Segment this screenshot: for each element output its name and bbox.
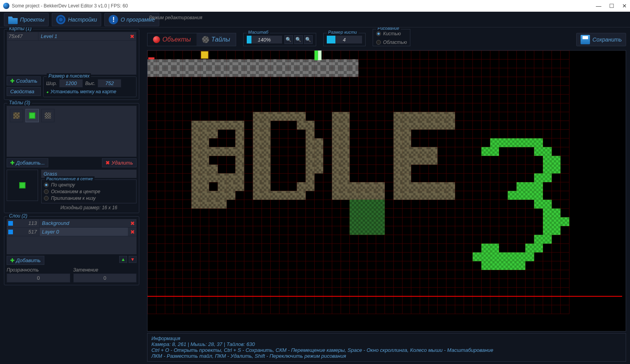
create-map-button[interactable]: ✚Создать bbox=[7, 76, 41, 85]
map-props-button[interactable]: Свойства bbox=[7, 87, 41, 96]
projects-button[interactable]: Проекты bbox=[4, 13, 49, 26]
tile-chip-grass[interactable] bbox=[25, 109, 39, 122]
set-marker-button[interactable]: ⬥Установить метку на карте bbox=[46, 89, 134, 94]
opacity-slider[interactable]: Прозрачность 0 bbox=[7, 267, 70, 283]
map-name: Level 1 bbox=[38, 32, 130, 40]
tiles-grid bbox=[7, 106, 137, 157]
width-value[interactable]: 1200 bbox=[59, 79, 83, 87]
tile-chip-special[interactable] bbox=[41, 109, 55, 122]
layer-row[interactable]: 113 Background ✖ bbox=[7, 219, 137, 228]
zoom-group: Масштаб 140% 🔍 🔍 🔍 bbox=[243, 33, 316, 46]
layer-delete-icon[interactable]: ✖ bbox=[130, 229, 135, 235]
sidebar: Карты (1) 75x47 Level 1 ✖ ✚Создать Свойс… bbox=[0, 27, 143, 364]
brush-slider[interactable]: 4 bbox=[327, 36, 362, 43]
zoom-reset-button[interactable]: 🔍 bbox=[294, 35, 303, 44]
settings-button[interactable]: Настройки bbox=[52, 13, 101, 26]
layer-visible-icon[interactable] bbox=[8, 230, 13, 234]
info-line: Ctrl + O - Открыть проекты, Ctrl + S - С… bbox=[151, 347, 622, 353]
mode-objects[interactable]: Объекты bbox=[147, 33, 197, 46]
info-legend: Информация bbox=[151, 336, 622, 341]
zoom-out-button[interactable]: 🔍 bbox=[284, 35, 293, 44]
pixsize-legend: Размер в пикселях bbox=[47, 73, 91, 79]
maps-legend: Карты (1) bbox=[7, 27, 33, 31]
height-label: Выс. bbox=[85, 81, 95, 86]
maps-panel: Карты (1) 75x47 Level 1 ✖ ✚Создать Свойс… bbox=[4, 29, 139, 100]
layer-name: Background bbox=[39, 219, 128, 227]
drawmode-group: Рисование Кистью Областью bbox=[373, 29, 411, 46]
info-panel: Информация Камера: 8, 261 | Мышь: 28, 37… bbox=[147, 333, 626, 362]
tile-chip-dirt[interactable] bbox=[10, 109, 23, 122]
info-icon: ! bbox=[109, 15, 118, 24]
mode-tiles[interactable]: Тайлы bbox=[197, 33, 236, 46]
height-value[interactable]: 752 bbox=[98, 79, 121, 87]
info-line: ЛКМ - Разместить тайл, ПКМ - Удалить, Sh… bbox=[151, 353, 622, 359]
placement-bottom[interactable]: Прилипанием к низу bbox=[44, 196, 134, 201]
layer-count: 517 bbox=[15, 229, 37, 235]
map-delete-icon[interactable]: ✖ bbox=[130, 33, 135, 40]
layer-visible-icon[interactable] bbox=[8, 221, 13, 226]
window-titlebar: Some project - BekkerDev Level Editor 3 … bbox=[0, 0, 630, 12]
layer-down-button[interactable]: ▼ bbox=[129, 256, 137, 263]
close-button[interactable]: ✕ bbox=[622, 3, 627, 9]
placement-base[interactable]: Основанием в центре bbox=[44, 189, 134, 194]
zoom-slider[interactable]: 140% bbox=[247, 36, 282, 43]
save-icon bbox=[581, 35, 590, 44]
save-button[interactable]: Сохранить bbox=[576, 33, 626, 46]
brush-group: Размер кисти 4 bbox=[323, 33, 366, 46]
placement-panel: Расположение в сетке По центру Основание… bbox=[41, 179, 137, 203]
shading-slider[interactable]: Затенение 0 bbox=[73, 267, 137, 283]
placement-center[interactable]: По центру bbox=[44, 182, 134, 188]
placement-legend: Расположение в сетке bbox=[45, 176, 95, 181]
source-size: Исходный размер: 16 x 16 bbox=[41, 205, 137, 210]
tile-preview bbox=[7, 170, 38, 201]
level-canvas[interactable] bbox=[147, 50, 626, 331]
projects-label: Проекты bbox=[20, 16, 44, 23]
layers-list: 113 Background ✖ 517 Layer 0 ✖ bbox=[7, 219, 137, 254]
maximize-button[interactable]: ☐ bbox=[609, 3, 614, 9]
layer-delete-icon[interactable]: ✖ bbox=[130, 220, 135, 226]
add-layer-button[interactable]: ✚Добавить bbox=[7, 256, 44, 265]
delete-tile-button[interactable]: ✖Удалить bbox=[102, 158, 137, 167]
layer-row[interactable]: 517 Layer 0 ✖ bbox=[7, 228, 137, 236]
draw-area[interactable]: Областью bbox=[376, 40, 407, 45]
gear-icon bbox=[56, 15, 66, 24]
width-label: Шир. bbox=[46, 81, 57, 86]
minimize-button[interactable]: — bbox=[596, 3, 601, 9]
window-title: Some project - BekkerDev Level Editor 3 … bbox=[12, 3, 596, 9]
tiles-panel: Тайлы (3) ✚Добавить... ✖Удалить Grass Ра… bbox=[4, 103, 139, 213]
pixsize-panel: Размер в пикселях Шир. 1200 Выс. 752 ⬥Ус… bbox=[43, 76, 137, 97]
mode-selector: Объекты Тайлы bbox=[147, 33, 236, 46]
layers-legend: Слои (2) bbox=[7, 213, 29, 219]
menubar: Проекты Настройки ! О программе bbox=[0, 12, 630, 27]
settings-label: Настройки bbox=[68, 16, 97, 23]
layer-name: Layer 0 bbox=[39, 228, 128, 236]
map-size: 75x47 bbox=[9, 33, 38, 39]
tiles-legend: Тайлы (3) bbox=[7, 100, 32, 105]
info-line: Камера: 8, 261 | Мышь: 28, 37 | Тайлов: … bbox=[151, 341, 622, 347]
layer-count: 113 bbox=[15, 220, 37, 226]
layers-panel: Слои (2) 113 Background ✖ 517 Layer 0 ✖ bbox=[4, 216, 139, 285]
add-tile-button[interactable]: ✚Добавить... bbox=[7, 158, 48, 167]
folder-icon bbox=[8, 15, 18, 24]
map-row[interactable]: 75x47 Level 1 ✖ bbox=[7, 32, 136, 41]
app-icon bbox=[3, 3, 9, 9]
draw-brush[interactable]: Кистью bbox=[376, 31, 401, 36]
zoom-in-button[interactable]: 🔍 bbox=[304, 35, 313, 44]
toolbar: Объекты Тайлы Масштаб 140% 🔍 🔍 🔍 Размер … bbox=[143, 27, 630, 48]
mode-label: Режим редактирования bbox=[149, 15, 202, 20]
layer-up-button[interactable]: ▲ bbox=[119, 256, 127, 263]
maps-list[interactable]: 75x47 Level 1 ✖ bbox=[7, 32, 137, 75]
